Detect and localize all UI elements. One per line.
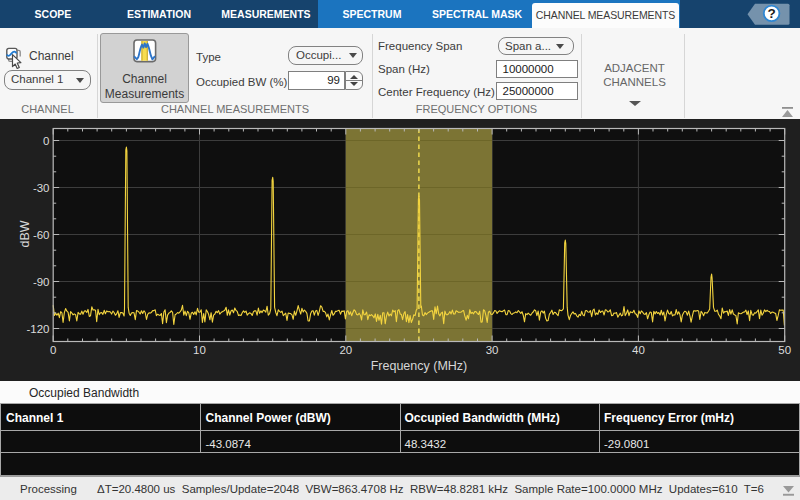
svg-text:-30: -30 [33,182,50,194]
svg-text:?: ? [767,6,775,21]
svg-text:-120: -120 [26,323,49,335]
svg-text:30: 30 [486,344,499,356]
svg-text:20: 20 [339,344,352,356]
svg-text:50: 50 [778,344,791,356]
svg-text:10: 10 [193,344,206,356]
svg-text:-90: -90 [33,276,50,288]
svg-text:-60: -60 [33,229,50,241]
svg-text:40: 40 [632,344,645,356]
svg-text:0: 0 [50,344,56,356]
svg-text:dBW: dBW [18,220,32,247]
svg-text:0: 0 [43,135,49,147]
svg-text:Frequency (MHz): Frequency (MHz) [371,359,468,373]
